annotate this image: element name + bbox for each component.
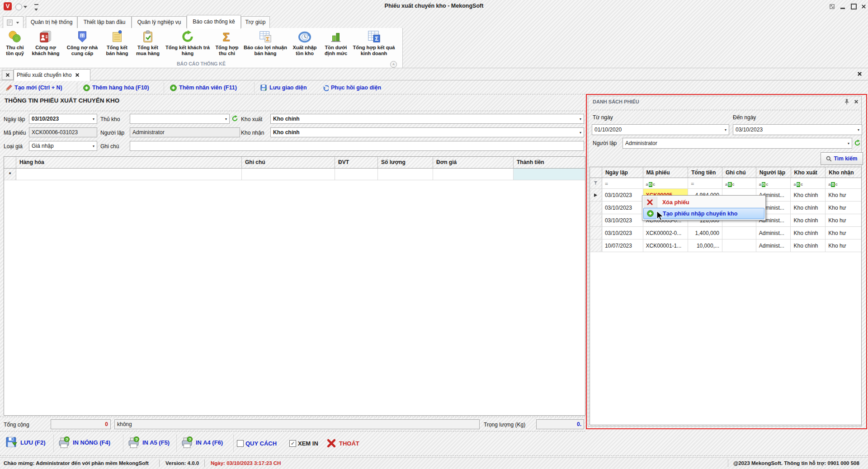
- cell-creator[interactable]: Administ...: [756, 239, 791, 252]
- den-ngay-field[interactable]: 03/10/2023▾: [733, 124, 862, 135]
- table-row[interactable]: 03/10/2023 XCK00002-0... 1,400,000 Admin…: [590, 227, 861, 239]
- cell-so-luong[interactable]: [378, 169, 433, 180]
- restore-layout-button[interactable]: Phục hồi giao diện: [322, 83, 381, 92]
- cell-to[interactable]: Kho hư: [826, 202, 861, 214]
- cell-date[interactable]: 03/10/2023: [602, 214, 643, 227]
- add-item-button[interactable]: Thêm hàng hóa (F10): [83, 83, 149, 92]
- cell-from[interactable]: Kho chính: [791, 189, 826, 202]
- save-layout-button[interactable]: Lưu giao diện: [260, 83, 307, 92]
- ribbon-item-ton-duoi-dinh-muc[interactable]: Tồn dưới định mức: [321, 29, 351, 57]
- ribbon-collapse-button[interactable]: ˄: [390, 61, 397, 68]
- ribbon-tab-tro-giup[interactable]: Trợ giúp: [241, 16, 270, 28]
- ghi-chu-field[interactable]: [130, 141, 584, 151]
- cell-code[interactable]: XCK00001-1...: [643, 239, 689, 252]
- cell-date[interactable]: 03/10/2023: [602, 202, 643, 214]
- cell-from[interactable]: Kho chính: [791, 202, 826, 214]
- search-button[interactable]: Tìm kiếm: [821, 152, 863, 165]
- maximize-button[interactable]: [850, 3, 857, 10]
- cell-to[interactable]: Kho hư: [826, 227, 861, 239]
- checkbox-unchecked[interactable]: [237, 440, 244, 447]
- delete-phieu-menu-item[interactable]: Xóa phiếu: [643, 197, 764, 208]
- close-panel-icon[interactable]: [854, 99, 859, 105]
- print-a4-button[interactable]: ? IN A4 (F6): [181, 436, 223, 449]
- print-hot-button[interactable]: ? IN NÓNG (F4): [58, 436, 110, 449]
- cell-dvt[interactable]: [335, 169, 378, 180]
- chevron-down-icon[interactable]: ▾: [223, 117, 227, 121]
- minimize-button[interactable]: [839, 3, 846, 10]
- pin-icon[interactable]: [844, 98, 849, 106]
- cell-from[interactable]: Kho chính: [791, 214, 826, 227]
- thu-kho-field[interactable]: ▾: [130, 114, 230, 124]
- kho-nhan-field[interactable]: Kho chính▾: [270, 127, 584, 137]
- loai-gia-field[interactable]: Giá nhập▾: [29, 141, 97, 151]
- cell-total[interactable]: 10,000,...: [688, 239, 722, 252]
- cell-note[interactable]: [722, 227, 756, 239]
- new-button[interactable]: Tạo mới (Ctrl + N): [5, 83, 62, 92]
- exit-button[interactable]: THOÁT: [326, 438, 359, 448]
- column-header-ghi-chu[interactable]: Ghi chú: [722, 167, 756, 178]
- filter-cell-nguoi-lap[interactable]: aBc: [756, 178, 791, 189]
- column-header-kho-xuat[interactable]: Kho xuất: [791, 167, 826, 178]
- filter-cell-kho-xuat[interactable]: aBc: [791, 178, 826, 189]
- filter-cell-tong-tien[interactable]: =: [688, 178, 722, 189]
- column-header-ngay-lap[interactable]: Ngày lập: [602, 167, 643, 178]
- app-menu-button[interactable]: [3, 16, 24, 28]
- chevron-down-icon[interactable]: ▾: [91, 144, 94, 148]
- ribbon-tab-quan-tri-he-thong[interactable]: Quản trị hệ thống: [26, 16, 77, 28]
- cell-ghi-chu[interactable]: [242, 169, 335, 180]
- close-all-tabs-button[interactable]: [2, 70, 14, 80]
- cell-creator[interactable]: Administ...: [756, 227, 791, 239]
- ribbon-item-xuat-nhap-ton-kho[interactable]: Xuất nhập tồn kho: [288, 29, 321, 57]
- cell-thanh-tien[interactable]: [514, 169, 585, 180]
- cell-date[interactable]: 03/10/2023: [602, 189, 643, 202]
- ribbon-item-tong-ket-mua-hang[interactable]: Tổng kết mua hàng: [132, 29, 164, 57]
- ribbon-item-tong-ket-ban-hang[interactable]: Tổng kết bán hàng: [102, 29, 132, 57]
- filter-cell-ghi-chu[interactable]: aBc: [722, 178, 756, 189]
- checkbox-checked[interactable]: ✓: [289, 440, 296, 447]
- column-header-hang-hoa[interactable]: Hàng hóa: [16, 157, 242, 169]
- cell-to[interactable]: Kho hư: [826, 214, 861, 227]
- chevron-down-icon[interactable]: ▾: [856, 128, 859, 132]
- quy-cach-checkbox[interactable]: QUY CÁCH: [237, 440, 277, 447]
- ribbon-item-tong-ket-khach-tra-hang[interactable]: Tổng kết khách trả hàng: [164, 29, 212, 57]
- close-window-button[interactable]: [860, 3, 867, 10]
- column-header-ma-phieu[interactable]: Mã phiếu: [643, 167, 689, 178]
- close-document-button[interactable]: [857, 71, 862, 78]
- column-header-thanh-tien[interactable]: Thành tiền: [514, 157, 585, 169]
- cell-date[interactable]: 03/10/2023: [602, 227, 643, 239]
- fullscreen-button[interactable]: [828, 3, 835, 10]
- cell-total[interactable]: 1,400,000: [688, 227, 722, 239]
- print-a5-button[interactable]: ? IN A5 (F5): [127, 436, 170, 449]
- cell-from[interactable]: Kho chính: [791, 239, 826, 252]
- column-header-tong-tien[interactable]: Tổng tiền: [688, 167, 722, 178]
- ribbon-item-cong-no-nha-cung-cap[interactable]: Công nợ nhà cung cấp: [62, 29, 102, 57]
- cell-date[interactable]: 10/07/2023: [602, 239, 643, 252]
- tu-ngay-field[interactable]: 01/10/2020▾: [592, 124, 729, 135]
- ribbon-item-thu-chi-ton-quy[interactable]: Thu chi tồn quỹ: [1, 29, 29, 57]
- xem-in-checkbox[interactable]: ✓ XEM IN: [289, 440, 318, 447]
- ribbon-item-bao-cao-loi-nhuan[interactable]: Σ Báo cáo lợi nhuận bán hàng: [242, 29, 288, 57]
- cell-to[interactable]: Kho hư: [826, 239, 861, 252]
- new-row[interactable]: *: [4, 169, 585, 180]
- ribbon-item-cong-no-khach-hang[interactable]: Công nợ khách hàng: [29, 29, 62, 57]
- panel-nguoi-lap-field[interactable]: Administrator▾: [623, 138, 852, 149]
- cell-from[interactable]: Kho chính: [791, 227, 826, 239]
- tab-phieu-xuat-chuyen-kho[interactable]: Phiếu xuất chuyển kho: [14, 69, 90, 81]
- save-button[interactable]: LƯU (F2): [5, 436, 46, 449]
- close-tab-icon[interactable]: [75, 73, 80, 77]
- ribbon-tab-bao-cao-thong-ke[interactable]: Báo cáo thống kê: [187, 15, 241, 29]
- column-header-so-luong[interactable]: Số lượng: [378, 157, 433, 169]
- column-header-dvt[interactable]: ĐVT: [335, 157, 378, 169]
- cell-hang-hoa[interactable]: [16, 169, 242, 180]
- chevron-down-icon[interactable]: ▾: [723, 128, 726, 132]
- column-header-don-gia[interactable]: Đơn giá: [433, 157, 514, 169]
- cell-note[interactable]: [722, 239, 756, 252]
- column-header-ghi-chu[interactable]: Ghi chú: [242, 157, 335, 169]
- table-row[interactable]: 10/07/2023 XCK00001-1... 10,000,... Admi…: [590, 239, 861, 252]
- ribbon-item-tong-hop-thu-chi[interactable]: Σ Tổng hợp thu chi: [212, 29, 242, 57]
- filter-cell-ma-phieu[interactable]: aBc: [643, 178, 689, 189]
- refresh-nguoi-lap-icon[interactable]: [854, 140, 861, 148]
- filter-cell-kho-nhan[interactable]: aBc: [826, 178, 861, 189]
- chevron-down-icon[interactable]: ▾: [91, 117, 94, 121]
- ribbon-item-ket-qua-kinh-doanh[interactable]: Σ Tổng hợp kết quả kinh doanh: [351, 29, 397, 57]
